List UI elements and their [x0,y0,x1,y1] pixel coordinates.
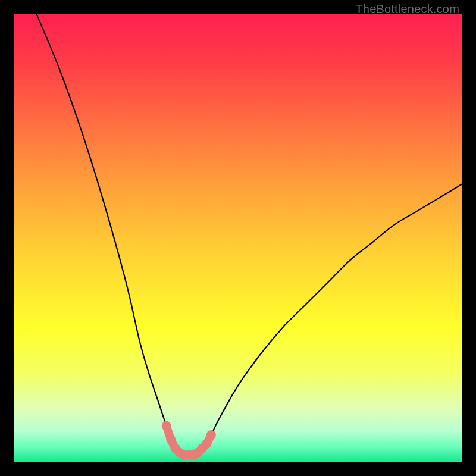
valley-point [166,434,176,444]
watermark-text: TheBottleneck.com [355,2,459,16]
valley-point [202,439,211,449]
gradient-background [14,14,462,462]
chart-svg [14,14,462,462]
valley-point [206,430,216,440]
valley-point [162,421,171,431]
chart-frame [14,14,462,462]
